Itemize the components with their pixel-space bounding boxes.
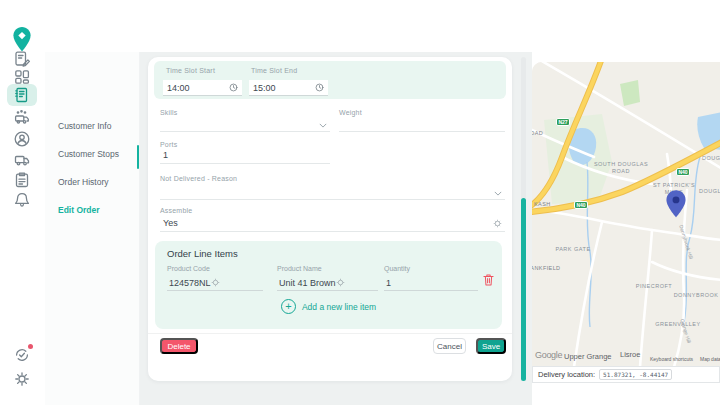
product-code-column-label: Product Code bbox=[167, 265, 210, 272]
add-line-item-button[interactable]: + Add a new line item bbox=[155, 299, 502, 314]
map-label-park-gate: PARK GATE bbox=[548, 246, 598, 253]
fleet-routes-icon[interactable] bbox=[13, 108, 31, 126]
delivery-coordinates[interactable]: 51.87321, -8.44147 bbox=[599, 369, 672, 380]
map-label-donnybrook: DONNYBROOK bbox=[670, 292, 720, 299]
gear-icon bbox=[336, 278, 345, 287]
skills-select[interactable] bbox=[160, 115, 330, 132]
map-label-douglas-2: DOUGLA bbox=[699, 188, 720, 195]
sync-icon[interactable] bbox=[13, 346, 31, 364]
clock-icon bbox=[315, 83, 324, 92]
document-edit-icon[interactable] bbox=[13, 50, 31, 68]
delivery-location-bar: Delivery location: 51.87321, -8.44147 bbox=[532, 366, 720, 383]
order-subnav: Customer Info Customer Stops Order Histo… bbox=[45, 52, 140, 405]
delete-order-button[interactable]: Delete bbox=[160, 338, 198, 354]
icon-sidebar bbox=[0, 0, 45, 405]
not-delivered-reason-select[interactable] bbox=[160, 181, 505, 200]
save-button[interactable]: Save bbox=[476, 338, 506, 354]
ports-input[interactable]: 1 bbox=[160, 147, 330, 164]
product-name-column-label: Product Name bbox=[277, 265, 322, 272]
truck-icon[interactable] bbox=[13, 151, 31, 169]
cancel-button[interactable]: Cancel bbox=[433, 338, 466, 354]
google-logo: Google bbox=[535, 350, 562, 360]
time-slot-section: Time Slot Start 14:00 Time Slot End 15:0… bbox=[154, 61, 506, 99]
trash-icon bbox=[483, 273, 494, 287]
map-label-south-douglas-road: SOUTH DOUGLAS ROAD bbox=[590, 161, 652, 175]
map-label-frankfield: RANKFIELD bbox=[532, 265, 560, 271]
gear-icon bbox=[211, 278, 220, 287]
delete-line-item-button[interactable] bbox=[483, 273, 494, 287]
map-label-douglas: DOUGLAS bbox=[702, 155, 720, 162]
gear-icon bbox=[493, 219, 502, 228]
customer-icon[interactable] bbox=[13, 130, 31, 148]
road-shield: N27 bbox=[556, 118, 570, 126]
nav-edit-order[interactable]: Edit Order bbox=[58, 205, 100, 215]
road-shield: N40 bbox=[574, 201, 588, 209]
reports-clipboard-icon[interactable] bbox=[13, 171, 31, 189]
map-label-greenvalley: GREENVALLEY bbox=[650, 321, 706, 328]
nav-order-history[interactable]: Order History bbox=[58, 177, 109, 187]
map-label-pinecroft: PINECROFT bbox=[630, 283, 678, 290]
edit-order-panel: Time Slot Start 14:00 Time Slot End 15:0… bbox=[148, 57, 512, 381]
footer-divider bbox=[148, 333, 512, 334]
map-panel[interactable]: N27 N40 N40 SOUTH DOUGLAS ROAD ST PATRIC… bbox=[532, 62, 720, 366]
order-line-items-card: Order Line Items Product Code Product Na… bbox=[155, 241, 502, 329]
nav-customer-stops[interactable]: Customer Stops bbox=[58, 149, 119, 159]
quantity-input[interactable]: 1 bbox=[384, 275, 478, 291]
keyboard-shortcuts-link[interactable]: Keyboard shortcuts bbox=[650, 356, 693, 362]
product-code-input[interactable]: 124578NL bbox=[167, 275, 263, 291]
time-slot-start-label: Time Slot Start bbox=[166, 67, 215, 74]
map-label-upper-grange: Upper Grange bbox=[564, 352, 612, 361]
settings-gear-icon[interactable] bbox=[13, 370, 31, 388]
clock-icon bbox=[229, 83, 238, 92]
map-label-lisroe: Lisroe bbox=[620, 350, 640, 359]
time-slot-end-label: Time Slot End bbox=[251, 67, 297, 74]
map-label-kash: KASH bbox=[534, 201, 551, 207]
delivery-location-pin[interactable] bbox=[666, 190, 686, 218]
order-line-items-title: Order Line Items bbox=[167, 248, 238, 259]
app-logo-pin-icon[interactable] bbox=[10, 26, 34, 53]
orders-icon[interactable] bbox=[7, 84, 37, 106]
time-slot-start-input[interactable]: 14:00 bbox=[163, 80, 242, 96]
notifications-bell-icon[interactable] bbox=[13, 191, 31, 209]
scrollbar-thumb[interactable] bbox=[521, 198, 526, 381]
delivery-location-label: Delivery location: bbox=[538, 370, 595, 379]
weight-input[interactable] bbox=[339, 115, 505, 132]
map-label-oad: OAD bbox=[532, 130, 543, 136]
assemble-select[interactable]: Yes bbox=[160, 213, 505, 232]
product-name-input[interactable]: Unit 41 Brown bbox=[277, 275, 378, 291]
notification-dot bbox=[28, 344, 33, 349]
chevron-down-icon bbox=[494, 191, 502, 196]
nav-customer-info[interactable]: Customer Info bbox=[58, 121, 111, 131]
chevron-down-icon bbox=[319, 123, 327, 128]
app-window: Customer Info Customer Stops Order Histo… bbox=[0, 0, 720, 405]
plus-icon: + bbox=[281, 299, 296, 314]
quantity-column-label: Quantity bbox=[384, 265, 410, 272]
time-slot-end-input[interactable]: 15:00 bbox=[249, 80, 328, 96]
road-shield: N40 bbox=[676, 168, 690, 176]
map-data-link[interactable]: Map data bbox=[700, 356, 720, 362]
active-nav-indicator bbox=[137, 145, 140, 169]
